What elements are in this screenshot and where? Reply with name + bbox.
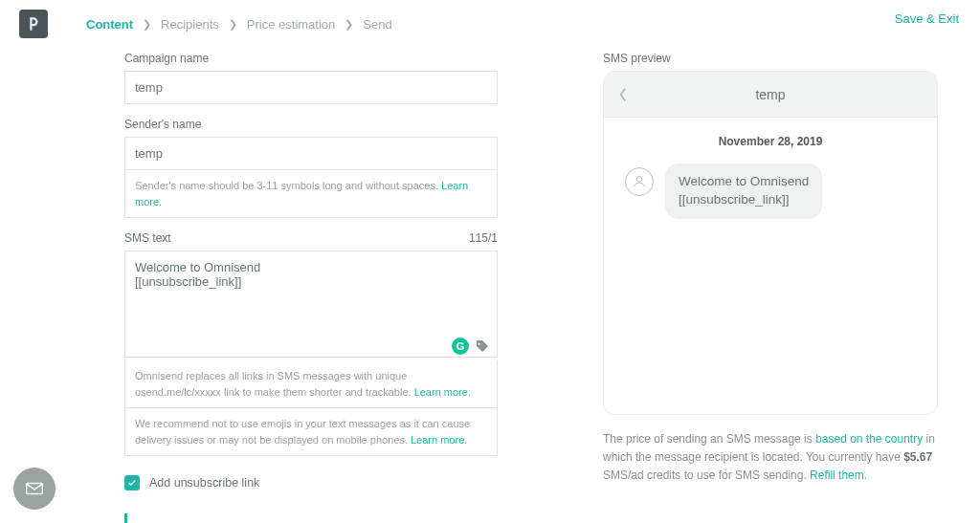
back-chevron-icon[interactable] <box>617 87 633 102</box>
sender-name-input[interactable] <box>124 137 498 170</box>
sms-text-label: SMS text <box>124 231 171 245</box>
credits-amount: $5.67 <box>903 450 932 464</box>
bubble-line2: [[unsubscribe_link]] <box>679 192 790 207</box>
avatar-icon <box>625 167 654 196</box>
chevron-right-icon: ❯ <box>229 18 237 31</box>
brand-logo[interactable] <box>19 10 48 38</box>
chevron-right-icon: ❯ <box>143 18 151 31</box>
sms-hint-1: Omnisend replaces all links in SMS messa… <box>124 360 498 408</box>
save-exit-link[interactable]: Save & Exit <box>895 11 959 26</box>
sms-hint-2: We recommend not to use emojis in your t… <box>124 408 498 456</box>
tag-icon[interactable] <box>475 338 490 354</box>
breadcrumb-content[interactable]: Content <box>86 17 133 32</box>
price-note-p1: The price of sending an SMS message is <box>603 432 815 446</box>
svg-point-0 <box>636 177 641 182</box>
unsubscribe-label: Add unsubscribe link <box>149 476 259 490</box>
preview-date: November 28, 2019 <box>625 135 916 148</box>
sms-hint1-text: Omnisend replaces all links in SMS messa… <box>135 370 414 398</box>
refill-link[interactable]: Refill them. <box>810 469 867 482</box>
sms-text-input[interactable] <box>124 251 498 358</box>
breadcrumb-recipients[interactable]: Recipients <box>161 17 219 32</box>
campaign-name-label: Campaign name <box>124 52 498 65</box>
sms-hint2-link[interactable]: Learn more. <box>411 434 467 446</box>
sms-preview-card: temp November 28, 2019 Welcome to Omnise… <box>603 71 938 415</box>
sms-hint1-link[interactable]: Learn more. <box>414 386 471 398</box>
message-bubble: Welcome to Omnisend [[unsubscribe_link]] <box>665 163 822 219</box>
price-country-link[interactable]: based on the country <box>815 432 923 446</box>
breadcrumb-price[interactable]: Price estimation <box>247 17 335 32</box>
svg-rect-1 <box>27 484 43 494</box>
preview-title: temp <box>604 87 937 102</box>
check-icon <box>127 478 137 488</box>
campaign-name-input[interactable] <box>124 71 498 104</box>
sender-hint: Sender's name should be 3-11 symbols lon… <box>124 170 498 218</box>
sender-name-label: Sender's name <box>124 118 498 131</box>
chevron-right-icon: ❯ <box>345 18 353 31</box>
breadcrumb: Content ❯ Recipients ❯ Price estimation … <box>86 17 392 32</box>
grammarly-icon[interactable]: G <box>452 338 469 355</box>
sms-char-count: 115/1 <box>469 231 498 245</box>
mail-icon <box>24 478 45 499</box>
help-fab[interactable] <box>13 468 56 510</box>
price-note-p3: SMS/ad credits to use for SMS sending. <box>603 469 810 482</box>
price-note: The price of sending an SMS message is b… <box>603 430 938 486</box>
unsubscribe-checkbox[interactable] <box>124 475 140 490</box>
utm-callout: We will track opens, clicks and other me… <box>124 513 498 523</box>
breadcrumb-send[interactable]: Send <box>363 17 391 32</box>
sms-preview-label: SMS preview <box>603 52 938 65</box>
bubble-line1: Welcome to Omnisend <box>679 174 809 188</box>
sender-hint-text: Sender's name should be 3-11 symbols lon… <box>135 180 441 191</box>
